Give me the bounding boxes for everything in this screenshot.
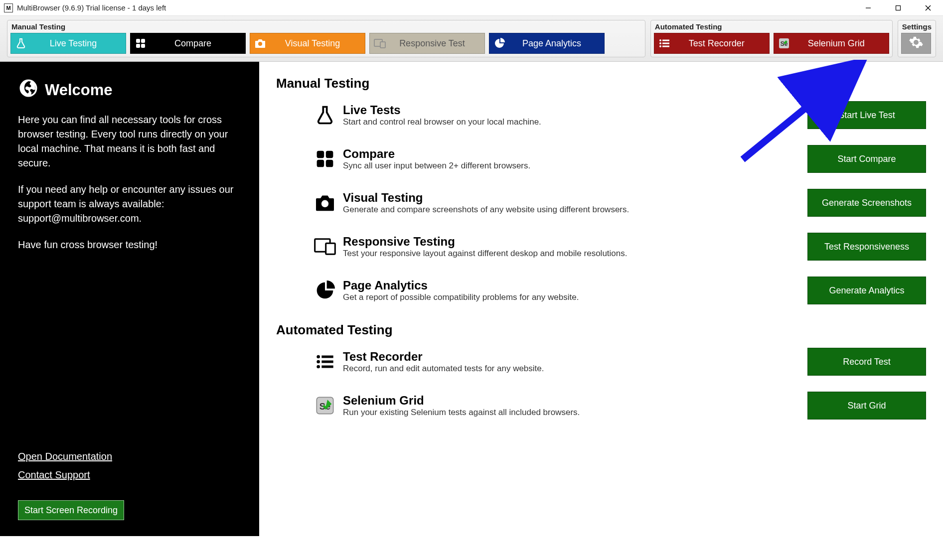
svg-point-23	[321, 200, 328, 207]
open-documentation-link[interactable]: Open Documentation	[18, 449, 241, 464]
svg-rect-14	[662, 43, 669, 44]
minimize-button[interactable]	[853, 0, 883, 16]
app-icon: M	[4, 3, 13, 12]
svg-rect-29	[321, 361, 333, 363]
ribbon-btn-test-recorder[interactable]: Test Recorder	[654, 33, 770, 54]
camera-icon	[311, 194, 339, 212]
svg-point-13	[659, 42, 661, 44]
titlebar: M MultiBrowser (9.6.9) Trial license - 1…	[0, 0, 943, 16]
feature-title: Live Tests	[343, 103, 797, 117]
ribbon-btn-compare[interactable]: Compare	[130, 33, 246, 54]
grid-icon	[131, 38, 151, 49]
svg-rect-4	[136, 39, 140, 43]
ribbon-group-manual: Manual Testing Live Testing Compare Visu…	[7, 20, 645, 57]
pie-chart-icon	[489, 38, 509, 49]
close-button[interactable]	[913, 0, 943, 16]
sidebar: Welcome Here you can find all necessary …	[0, 62, 259, 536]
svg-point-28	[316, 360, 320, 364]
svg-rect-21	[317, 160, 324, 167]
feature-desc: Sync all user input between 2+ different…	[343, 161, 797, 171]
svg-rect-27	[321, 356, 333, 358]
svg-rect-7	[141, 44, 145, 48]
svg-rect-12	[662, 40, 669, 41]
start-live-test-button[interactable]: Start Live Test	[807, 101, 926, 129]
feature-title: Compare	[343, 147, 797, 161]
welcome-text-3: Have fun cross browser testing!	[18, 238, 241, 252]
svg-rect-10	[380, 42, 385, 48]
list-icon	[654, 38, 674, 48]
feature-row-selenium: Se Selenium Grid Run your existing Selen…	[276, 392, 926, 420]
svg-rect-5	[141, 39, 145, 43]
list-icon	[311, 353, 339, 370]
generate-screenshots-button[interactable]: Generate Screenshots	[807, 189, 926, 217]
camera-icon	[250, 38, 270, 48]
feature-title: Test Recorder	[343, 350, 797, 364]
feature-title: Selenium Grid	[343, 394, 797, 408]
svg-point-11	[659, 39, 661, 41]
svg-rect-19	[317, 151, 324, 158]
pie-chart-icon	[311, 280, 339, 300]
welcome-text-1: Here you can find all necessary tools fo…	[18, 113, 241, 170]
generate-analytics-button[interactable]: Generate Analytics	[807, 277, 926, 304]
ribbon-btn-live-testing[interactable]: Live Testing	[10, 33, 126, 54]
gear-icon	[909, 35, 924, 52]
feature-desc: Test your responsive layout against diff…	[343, 249, 797, 259]
svg-point-26	[316, 355, 320, 359]
automated-testing-heading: Automated Testing	[276, 322, 926, 338]
svg-rect-31	[321, 366, 333, 368]
feature-desc: Generate and compare screenshots of any …	[343, 205, 797, 215]
settings-button[interactable]	[901, 33, 931, 54]
start-screen-recording-button[interactable]: Start Screen Recording	[18, 500, 124, 520]
svg-rect-6	[136, 44, 140, 48]
start-grid-button[interactable]: Start Grid	[807, 392, 926, 420]
feature-row-visual: Visual Testing Generate and compare scre…	[276, 189, 926, 217]
feature-title: Page Analytics	[343, 279, 797, 292]
main-panel: Manual Testing Live Tests Start and cont…	[259, 62, 943, 536]
svg-rect-1	[896, 5, 901, 10]
selenium-icon: Se	[774, 37, 794, 49]
svg-point-8	[258, 42, 262, 46]
svg-rect-16	[662, 46, 669, 47]
svg-point-15	[659, 45, 661, 47]
ribbon-btn-responsive-test[interactable]: Responsive Test	[369, 33, 485, 54]
start-compare-button[interactable]: Start Compare	[807, 145, 926, 173]
devices-icon	[311, 238, 339, 256]
welcome-text-2: If you need any help or encounter any is…	[18, 182, 241, 226]
flask-icon	[311, 104, 339, 126]
feature-desc: Record, run and edit automated tests for…	[343, 364, 797, 374]
svg-point-30	[316, 365, 320, 369]
ribbon-btn-visual-testing[interactable]: Visual Testing	[250, 33, 365, 54]
grid-icon	[311, 149, 339, 169]
window-title: MultiBrowser (9.6.9) Trial license - 1 d…	[17, 3, 166, 12]
feature-row-responsive: Responsive Testing Test your responsive …	[276, 233, 926, 261]
svg-rect-25	[326, 243, 335, 254]
ribbon-btn-page-analytics[interactable]: Page Analytics	[489, 33, 605, 54]
feature-desc: Start and control real browser on your l…	[343, 117, 797, 127]
welcome-heading: Welcome	[45, 79, 113, 102]
flask-icon	[11, 37, 31, 49]
feature-row-live: Live Tests Start and control real browse…	[276, 101, 926, 129]
ribbon-label-manual: Manual Testing	[10, 22, 642, 33]
feature-desc: Run your existing Selenium tests against…	[343, 408, 797, 418]
svg-rect-20	[326, 151, 333, 158]
feature-row-compare: Compare Sync all user input between 2+ d…	[276, 145, 926, 173]
ribbon-btn-selenium-grid[interactable]: Se Selenium Grid	[774, 33, 889, 54]
feature-title: Responsive Testing	[343, 235, 797, 249]
globe-icon	[18, 78, 39, 103]
ribbon-label-settings: Settings	[901, 22, 933, 33]
ribbon-group-settings: Settings	[898, 20, 936, 57]
test-responsiveness-button[interactable]: Test Responsiveness	[807, 233, 926, 261]
devices-icon	[370, 38, 390, 48]
feature-row-recorder: Test Recorder Record, run and edit autom…	[276, 348, 926, 376]
record-test-button[interactable]: Record Test	[807, 348, 926, 376]
maximize-button[interactable]	[883, 0, 913, 16]
ribbon-label-automated: Automated Testing	[654, 22, 889, 33]
feature-title: Visual Testing	[343, 191, 797, 205]
selenium-icon: Se	[311, 396, 339, 416]
contact-support-link[interactable]: Contact Support	[18, 468, 241, 482]
ribbon-group-automated: Automated Testing Test Recorder Se Selen…	[650, 20, 893, 57]
feature-row-analytics: Page Analytics Get a report of possible …	[276, 277, 926, 304]
feature-desc: Get a report of possible compatibility p…	[343, 292, 797, 302]
manual-testing-heading: Manual Testing	[276, 76, 926, 91]
ribbon: Manual Testing Live Testing Compare Visu…	[0, 16, 943, 62]
